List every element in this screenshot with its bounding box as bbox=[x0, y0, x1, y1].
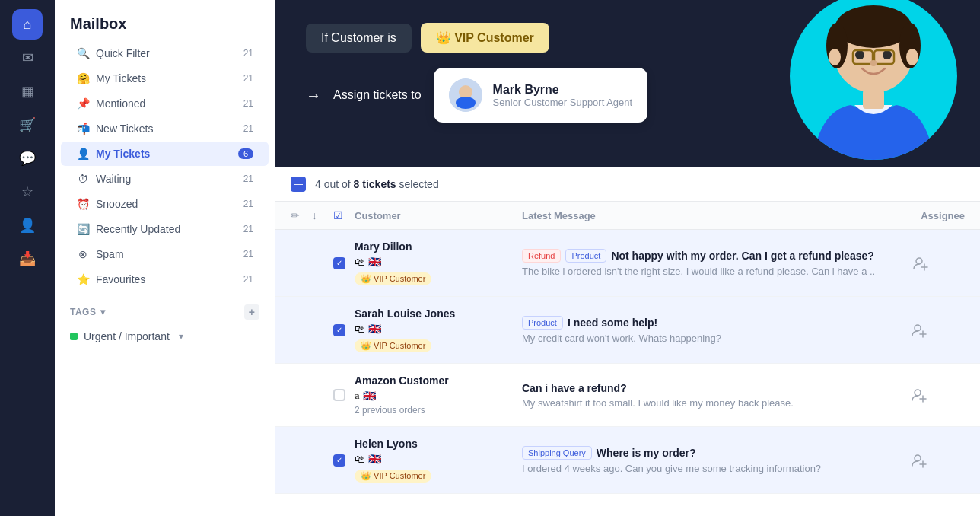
message-top-mary: Refund Product Not happy with my order. … bbox=[522, 249, 875, 263]
vip-badge-helen: 👑 VIP Customer bbox=[355, 470, 431, 483]
header-sort-icon[interactable]: ↓ bbox=[312, 209, 333, 221]
shopify-icon-helen: 🛍 bbox=[355, 453, 365, 465]
tag-chevron-urgent: ▾ bbox=[179, 331, 183, 342]
tags-add-button[interactable]: + bbox=[244, 304, 259, 320]
tag-product-mary: Product bbox=[565, 249, 606, 263]
ticket-row[interactable]: ✓ Helen Lyons 🛍 🇬🇧 👑 VIP Customer Shippi… bbox=[275, 427, 980, 494]
checkbox-helen[interactable]: ✓ bbox=[333, 454, 345, 467]
search-icon: 🔍 bbox=[76, 47, 90, 59]
mentioned-icon: 📌 bbox=[76, 97, 90, 110]
message-top-sarah: Product I need some help! bbox=[522, 316, 873, 330]
mailbox-panel: Mailbox 🔍 Quick Filter 21 🤗 My Tickets 2… bbox=[55, 0, 275, 516]
col-header-message: Latest Message bbox=[522, 210, 873, 221]
new-tickets-icon: 📬 bbox=[76, 123, 90, 135]
nav-new-tickets[interactable]: 📬 New Tickets 21 bbox=[61, 116, 269, 141]
tag-urgent[interactable]: Urgent / Important ▾ bbox=[70, 326, 259, 347]
shopify-icon-sarah: 🛍 bbox=[355, 323, 365, 335]
assignee-btn-helen[interactable] bbox=[873, 452, 965, 469]
customer-info-amazon: Amazon Customer a 🇬🇧 2 previous orders bbox=[355, 374, 522, 416]
tag-shipping-helen: Shipping Query bbox=[522, 446, 592, 460]
tags-label: TAGS bbox=[70, 307, 96, 317]
nav-badge-mentioned: 21 bbox=[243, 98, 253, 109]
vip-pill: 👑 VIP Customer bbox=[421, 23, 549, 53]
header-check-icon[interactable]: ☑ bbox=[333, 209, 355, 221]
nav-my-tickets-1[interactable]: 🤗 My Tickets 21 bbox=[61, 66, 269, 91]
message-col-sarah: Product I need some help! My credit card… bbox=[522, 316, 873, 344]
nav-badge-quick-filter: 21 bbox=[243, 48, 253, 59]
nav-label-waiting: Waiting bbox=[96, 173, 237, 185]
message-top-helen: Shipping Query Where is my order? bbox=[522, 446, 873, 460]
customer-name-helen: Helen Lyons bbox=[355, 438, 522, 450]
sidebar-icon-mail[interactable]: ✉ bbox=[12, 43, 43, 73]
nav-badge-waiting: 21 bbox=[243, 174, 253, 184]
nav-waiting[interactable]: ⏱ Waiting 21 bbox=[61, 167, 269, 191]
mailbox-title: Mailbox bbox=[55, 0, 275, 40]
tag-label-urgent: Urgent / Important bbox=[84, 330, 170, 342]
nav-label-mentioned: Mentioned bbox=[96, 97, 237, 110]
nav-favourites[interactable]: ⭐ Favourites 21 bbox=[61, 267, 269, 291]
nav-badge-snoozed: 21 bbox=[243, 199, 253, 209]
assignee-btn-sarah[interactable] bbox=[873, 322, 965, 339]
profile-photo-circle bbox=[790, 0, 957, 160]
person-svg bbox=[790, 0, 957, 160]
customer-name-amazon: Amazon Customer bbox=[355, 374, 522, 387]
checkbox-mary[interactable]: ✓ bbox=[333, 257, 345, 269]
sidebar: ⌂ ✉ ▦ 🛒 💬 ☆ 👤 📥 bbox=[0, 0, 55, 516]
ticket-row[interactable]: Amazon Customer a 🇬🇧 2 previous orders C… bbox=[275, 364, 980, 427]
nav-label-my-tickets-1: My Tickets bbox=[96, 72, 237, 84]
add-assignee-icon-amazon bbox=[911, 387, 928, 403]
customer-info-helen: Helen Lyons 🛍 🇬🇧 👑 VIP Customer bbox=[355, 438, 522, 483]
add-assignee-icon-mary bbox=[912, 255, 929, 272]
ticket-row[interactable]: ✓ Mary Dillon 🛍 🇬🇧 👑 VIP Customer Refund… bbox=[275, 230, 980, 297]
sidebar-icon-star[interactable]: ☆ bbox=[12, 177, 43, 207]
sidebar-icon-contact[interactable]: 👤 bbox=[12, 210, 43, 240]
subject-mary: Not happy with my order. Can I get a ref… bbox=[611, 250, 873, 262]
previous-orders-amazon: 2 previous orders bbox=[355, 405, 522, 416]
svg-point-15 bbox=[456, 97, 476, 109]
customer-name-mary: Mary Dillon bbox=[355, 240, 522, 253]
favourites-icon: ⭐ bbox=[76, 273, 90, 285]
svg-rect-12 bbox=[863, 90, 884, 109]
nav-label-spam: Spam bbox=[96, 248, 237, 260]
checkbox-sarah[interactable]: ✓ bbox=[333, 324, 345, 336]
nav-label-recently-updated: Recently Updated bbox=[96, 223, 237, 235]
assignee-btn-mary[interactable] bbox=[875, 255, 966, 272]
shopify-icon-mary: 🛍 bbox=[355, 256, 365, 268]
customer-info-sarah: Sarah Louise Jones 🛍 🇬🇧 👑 VIP Customer bbox=[355, 307, 522, 352]
checkbox-amazon[interactable] bbox=[333, 389, 345, 401]
condition-pill: If Customer is bbox=[306, 24, 412, 53]
sidebar-icon-chart[interactable]: ▦ bbox=[12, 76, 43, 107]
action-text: Assign tickets to bbox=[333, 88, 422, 102]
nav-spam[interactable]: ⊗ Spam 21 bbox=[61, 242, 269, 266]
svg-point-22 bbox=[915, 390, 921, 396]
message-col-mary: Refund Product Not happy with my order. … bbox=[522, 249, 875, 277]
sidebar-icon-home[interactable]: ⌂ bbox=[12, 9, 43, 40]
message-top-amazon: Can i have a refund? bbox=[522, 382, 873, 394]
nav-my-tickets-active[interactable]: 👤 My Tickets 6 bbox=[61, 142, 269, 166]
nav-label-my-tickets-active: My Tickets bbox=[96, 148, 232, 160]
nav-badge-favourites: 21 bbox=[243, 274, 253, 285]
nav-label-quick-filter: Quick Filter bbox=[96, 47, 237, 59]
nav-badge-my-tickets-active: 6 bbox=[238, 148, 253, 159]
svg-point-10 bbox=[829, 49, 841, 65]
sidebar-icon-inbox[interactable]: 📥 bbox=[12, 244, 43, 274]
sidebar-icon-chat[interactable]: 💬 bbox=[12, 143, 43, 174]
add-assignee-icon-sarah bbox=[911, 322, 928, 339]
nav-quick-filter[interactable]: 🔍 Quick Filter 21 bbox=[61, 41, 269, 65]
svg-point-9 bbox=[870, 60, 877, 66]
tags-section: TAGS ▾ + Urgent / Important ▾ bbox=[55, 292, 275, 353]
tags-header: TAGS ▾ + bbox=[70, 304, 259, 320]
flag-uk-sarah: 🇬🇧 bbox=[368, 323, 381, 335]
nav-mentioned[interactable]: 📌 Mentioned 21 bbox=[61, 91, 269, 116]
assignee-btn-amazon[interactable] bbox=[873, 387, 965, 403]
nav-recently-updated[interactable]: 🔄 Recently Updated 21 bbox=[61, 217, 269, 241]
sidebar-icon-cart[interactable]: 🛒 bbox=[12, 110, 43, 140]
customer-flags-mary: 🛍 🇬🇧 bbox=[355, 256, 522, 268]
ticket-row[interactable]: ✓ Sarah Louise Jones 🛍 🇬🇧 👑 VIP Customer… bbox=[275, 297, 980, 364]
nav-badge-my-tickets-1: 21 bbox=[243, 73, 253, 84]
col-header-assignee: Assignee bbox=[873, 210, 965, 221]
nav-snoozed[interactable]: ⏰ Snoozed 21 bbox=[61, 192, 269, 216]
subject-helen: Where is my order? bbox=[597, 447, 696, 459]
svg-point-19 bbox=[915, 325, 921, 331]
nav-label-favourites: Favourites bbox=[96, 273, 237, 285]
